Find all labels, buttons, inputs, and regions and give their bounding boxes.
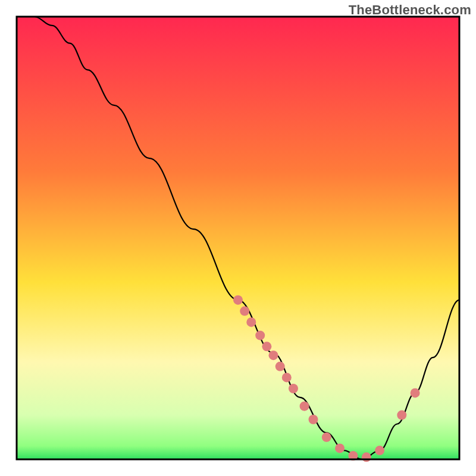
- marker-dot: [233, 295, 243, 305]
- marker-dot: [397, 411, 406, 420]
- marker-dot: [362, 452, 371, 462]
- marker-dot: [309, 415, 318, 424]
- watermark-label: TheBottleneck.com: [349, 2, 471, 18]
- marker-dot: [255, 331, 265, 340]
- marker-dot: [300, 402, 309, 411]
- marker-dot: [262, 342, 271, 351]
- marker-dot: [269, 350, 278, 360]
- marker-dot: [335, 443, 345, 453]
- marker-dot: [282, 372, 292, 382]
- chart-plot: [0, 0, 476, 476]
- marker-dot: [289, 384, 298, 393]
- marker-dot: [375, 446, 384, 455]
- marker-dot: [322, 433, 331, 442]
- chart-container: TheBottleneck.com: [0, 0, 476, 476]
- marker-dot: [240, 306, 249, 316]
- plot-background: [17, 17, 459, 459]
- marker-dot: [275, 362, 285, 371]
- marker-dot: [246, 317, 256, 327]
- marker-dot: [411, 388, 420, 397]
